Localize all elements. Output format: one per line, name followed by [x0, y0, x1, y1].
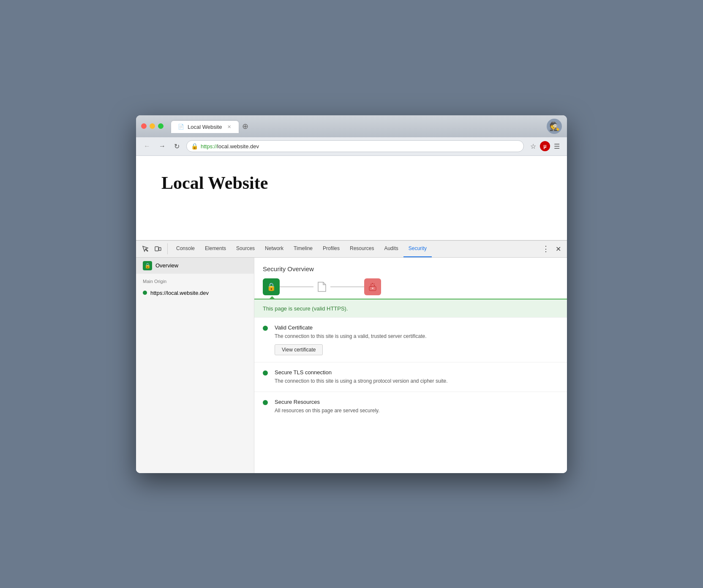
devtools-overflow-area: ⋮ ✕ — [540, 242, 564, 256]
sidebar-overview-label: Overview — [155, 262, 178, 269]
svg-rect-1 — [159, 248, 161, 250]
tab-sources[interactable]: Sources — [231, 241, 260, 257]
reload-button[interactable]: ↻ — [171, 140, 183, 153]
devtools-sidebar: 🔒 Overview Main Origin https://local.web… — [136, 258, 254, 473]
toolbar-actions: ☆ μ ☰ — [527, 140, 563, 152]
maximize-button[interactable] — [158, 123, 163, 129]
cert-chain: 🔒 × — [254, 278, 567, 295]
security-overview-title: Security Overview — [254, 258, 567, 278]
tab-elements[interactable]: Elements — [200, 241, 231, 257]
title-bar: 📄 Local Website ✕ ⊕ 🕵 — [136, 115, 567, 137]
devtools-more-button[interactable]: ⋮ — [540, 242, 552, 256]
devtools-main-panel: Security Overview 🔒 — [254, 258, 567, 473]
security-item-resources: Secure Resources All resources on this p… — [263, 399, 559, 414]
security-section-cert: Valid Certificate The connection to this… — [254, 317, 567, 362]
url-domain: local.website.dev — [217, 143, 259, 150]
security-banner: This page is secure (valid HTTPS). — [254, 299, 567, 317]
cert-description: The connection to this site is using a v… — [275, 332, 559, 340]
security-item-cert: Valid Certificate The connection to this… — [263, 324, 559, 355]
address-bar[interactable]: 🔒 https://local.website.dev — [186, 140, 524, 152]
security-section-resources: Secure Resources All resources on this p… — [254, 392, 567, 421]
tls-content: Secure TLS connection The connection to … — [275, 369, 559, 385]
sidebar-item-overview[interactable]: 🔒 Overview — [136, 258, 254, 274]
tab-close-icon[interactable]: ✕ — [226, 123, 232, 131]
devtools-tool-icons — [139, 243, 168, 254]
tab-network[interactable]: Network — [260, 241, 289, 257]
cert-content: Valid Certificate The connection to this… — [275, 324, 559, 355]
tab-security[interactable]: Security — [403, 241, 432, 257]
menu-button[interactable]: ☰ — [551, 140, 563, 152]
svg-text:×: × — [372, 286, 374, 290]
resources-status-dot — [263, 400, 268, 405]
back-button[interactable]: ← — [140, 140, 154, 152]
inspect-element-button[interactable] — [139, 243, 151, 254]
ublocker-icon[interactable]: μ — [540, 141, 550, 151]
tab-audits[interactable]: Audits — [379, 241, 403, 257]
origin-dot-icon — [143, 291, 147, 295]
chain-line-1 — [280, 286, 313, 287]
url-protocol: https:// — [201, 143, 217, 150]
new-tab-button[interactable]: ⊕ — [239, 120, 252, 133]
chain-page-icon — [313, 278, 330, 295]
device-mode-button[interactable] — [152, 243, 164, 254]
page-title: Local Website — [161, 173, 542, 193]
chain-broken-lock-icon: × — [364, 278, 381, 295]
window-buttons — [141, 123, 163, 129]
tab-page-icon: 📄 — [178, 124, 184, 130]
minimize-button[interactable] — [150, 123, 155, 129]
tls-status-dot — [263, 370, 268, 376]
resources-title: Secure Resources — [275, 399, 559, 405]
resources-content: Secure Resources All resources on this p… — [275, 399, 559, 414]
tls-description: The connection to this site is using a s… — [275, 377, 559, 385]
browser-window: 📄 Local Website ✕ ⊕ 🕵 ← → ↻ 🔒 https://lo… — [136, 115, 567, 473]
cert-title: Valid Certificate — [275, 324, 559, 331]
spy-avatar: 🕵 — [547, 119, 562, 134]
tab-area: 📄 Local Website ✕ ⊕ — [171, 120, 543, 133]
secure-lock-icon: 🔒 — [191, 143, 198, 150]
sidebar-main-origin-label: Main Origin — [136, 274, 254, 286]
svg-rect-0 — [155, 247, 158, 251]
tab-profiles[interactable]: Profiles — [318, 241, 345, 257]
devtools-close-button[interactable]: ✕ — [553, 242, 564, 256]
tab-resources[interactable]: Resources — [345, 241, 379, 257]
devtools-tabs: Console Elements Sources Network Timelin… — [171, 241, 540, 257]
url-display: https://local.website.dev — [201, 143, 519, 150]
resources-description: All resources on this page are served se… — [275, 407, 559, 414]
chain-line-2 — [330, 286, 364, 287]
sidebar-origin-url: https://local.website.dev — [150, 290, 209, 296]
tab-console[interactable]: Console — [171, 241, 200, 257]
cert-status-dot — [263, 326, 268, 331]
security-section-tls: Secure TLS connection The connection to … — [254, 362, 567, 392]
overview-lock-icon: 🔒 — [143, 261, 152, 270]
browser-tab[interactable]: 📄 Local Website ✕ — [171, 121, 239, 133]
close-button[interactable] — [141, 123, 147, 129]
devtools-body: 🔒 Overview Main Origin https://local.web… — [136, 258, 567, 473]
toolbar: ← → ↻ 🔒 https://local.website.dev ☆ μ ☰ — [136, 137, 567, 156]
tab-timeline[interactable]: Timeline — [289, 241, 318, 257]
security-item-tls: Secure TLS connection The connection to … — [263, 369, 559, 385]
security-banner-text: This page is secure (valid HTTPS). — [263, 305, 348, 312]
sidebar-item-origin[interactable]: https://local.website.dev — [136, 286, 254, 299]
devtools-panel: Console Elements Sources Network Timelin… — [136, 240, 567, 473]
chain-lock-icon: 🔒 — [263, 278, 280, 295]
tab-title: Local Website — [188, 124, 222, 130]
view-certificate-button[interactable]: View certificate — [275, 344, 323, 355]
forward-button[interactable]: → — [155, 140, 169, 152]
page-content: Local Website — [136, 156, 567, 240]
devtools-toolbar: Console Elements Sources Network Timelin… — [136, 241, 567, 258]
bookmark-button[interactable]: ☆ — [527, 140, 539, 152]
tls-title: Secure TLS connection — [275, 369, 559, 376]
